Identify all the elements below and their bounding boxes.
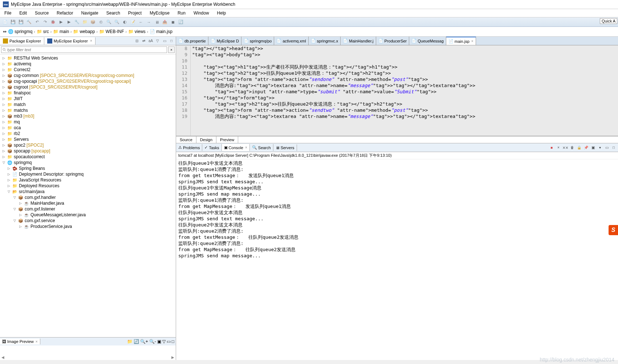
- expand-arrow-icon[interactable]: ▷: [1, 109, 6, 112]
- tree-item[interactable]: ▽📦com.gxf.handler: [0, 195, 176, 200]
- breadcrumb-item[interactable]: 📁 webapp: [73, 29, 95, 34]
- new-class-icon[interactable]: ©: [97, 19, 105, 26]
- code-content[interactable]: "tag"></"tag">head"tag">> "tag"><"tag">b…: [191, 45, 618, 136]
- tree-item[interactable]: ▷🫘Spring Beans: [0, 165, 176, 171]
- tree-item[interactable]: ▷📁finalspoc: [0, 90, 176, 96]
- scroll-right-icon[interactable]: ▶: [171, 355, 174, 359]
- tab-design[interactable]: Design: [196, 136, 216, 143]
- breadcrumb-item[interactable]: 📁 views: [128, 29, 146, 34]
- close-icon[interactable]: ×: [90, 39, 92, 43]
- folder-icon[interactable]: 📁: [127, 339, 133, 344]
- minimize-icon[interactable]: ▭: [604, 145, 610, 151]
- expand-arrow-icon[interactable]: ▷: [1, 120, 6, 124]
- editor-tab[interactable]: 📄springmvc.x: [309, 37, 341, 45]
- new-icon[interactable]: 📄: [1, 19, 9, 26]
- new-project-icon[interactable]: 📁: [81, 19, 89, 26]
- tree-item[interactable]: ▽🌐springmq: [0, 160, 176, 165]
- expand-arrow-icon[interactable]: ▷: [1, 114, 6, 118]
- quick-access-input[interactable]: Quick A: [600, 18, 617, 24]
- sogou-input-icon[interactable]: S: [609, 225, 618, 235]
- tree-item[interactable]: ▽📦com.gxf.service: [0, 218, 176, 224]
- expand-arrow-icon[interactable]: ▷: [18, 213, 23, 217]
- tree-item[interactable]: ▷☕ProducerService.java: [0, 224, 176, 229]
- back-icon[interactable]: ←: [137, 19, 145, 26]
- breadcrumb-item[interactable]: 📁 main: [53, 29, 69, 34]
- debug-icon[interactable]: 🐞: [49, 19, 57, 26]
- editor-tab[interactable]: 📄MainHandler.j: [341, 37, 376, 45]
- expand-arrow-icon[interactable]: ▷: [7, 167, 11, 170]
- annotations-icon[interactable]: 📝: [129, 19, 137, 26]
- editor-tab[interactable]: 📄db.propertie: [176, 37, 208, 45]
- scroll-left-icon[interactable]: ◀: [1, 355, 4, 359]
- expand-arrow-icon[interactable]: ▷: [1, 85, 6, 89]
- tree-item[interactable]: ▷📦spocapp [spocapp]: [0, 148, 176, 154]
- tab-console[interactable]: ▣Console ×: [222, 144, 250, 151]
- tree-item[interactable]: ▷☕QueueMessageListener.java: [0, 212, 176, 218]
- remove-all-icon[interactable]: ⨯⨯: [562, 145, 568, 151]
- menu-myeclipse[interactable]: MyEclipse: [148, 10, 171, 16]
- collapse-all-icon[interactable]: ⊟: [134, 38, 140, 44]
- tree-item[interactable]: ▽📦com.gxf.listener: [0, 206, 176, 212]
- editor-tab[interactable]: 📄QueueMessag: [409, 37, 446, 45]
- tree-item[interactable]: ▷📄Deployment Descriptor: springmq: [0, 171, 176, 177]
- tree-item[interactable]: ▷📁match: [0, 102, 176, 107]
- expand-arrow-icon[interactable]: ▷: [18, 201, 23, 205]
- expand-arrow-icon[interactable]: ▷: [1, 91, 6, 95]
- editor-tab[interactable]: 📄activemq.xml: [274, 37, 308, 45]
- tree-item[interactable]: ▷📁spocautocorrect: [0, 154, 176, 160]
- clear-filter-button[interactable]: ×: [168, 46, 175, 53]
- maximize-icon[interactable]: □: [611, 145, 617, 151]
- undo-icon[interactable]: ↶: [33, 19, 41, 26]
- menu-file[interactable]: File: [3, 10, 13, 16]
- expand-arrow-icon[interactable]: ▷: [18, 225, 23, 228]
- code-editor[interactable]: 8910111213141516171819 "tag"></"tag">hea…: [176, 45, 618, 136]
- tree-item[interactable]: ▷📁JWT: [0, 96, 176, 102]
- menu-search[interactable]: Search: [105, 10, 122, 16]
- deploy-icon[interactable]: 📤: [161, 19, 168, 26]
- tree-item[interactable]: ▷📁matchs: [0, 107, 176, 113]
- maximize-icon[interactable]: □: [172, 339, 174, 344]
- breadcrumb-item[interactable]: 📄 main.jsp: [150, 29, 172, 34]
- tree-item[interactable]: ▷📁Deployed Resources: [0, 183, 176, 189]
- filter-icon[interactable]: aA: [148, 38, 154, 44]
- remove-icon[interactable]: ×: [556, 145, 561, 151]
- expand-arrow-icon[interactable]: ▽: [12, 219, 17, 222]
- expand-arrow-icon[interactable]: ▷: [1, 79, 6, 83]
- editor-tab[interactable]: 📄ProducerSer: [376, 37, 410, 45]
- minimize-icon[interactable]: ▭: [167, 339, 171, 344]
- editor-tab[interactable]: 📄main.jsp×: [446, 37, 476, 45]
- expand-arrow-icon[interactable]: ▷: [7, 172, 11, 176]
- expand-arrow-icon[interactable]: ▽: [7, 190, 11, 193]
- tree-item[interactable]: ▷📁Servers: [0, 136, 176, 142]
- tree-item[interactable]: ▷📁Correct2: [0, 67, 176, 73]
- editor-tab[interactable]: 📄springmq/po: [241, 37, 275, 45]
- expand-arrow-icon[interactable]: ▷: [1, 97, 6, 101]
- tree-item[interactable]: ▷📦csg-spocapi [SPOC3_SRC/02SERVER/csgroo…: [0, 78, 176, 84]
- scroll-lock-icon[interactable]: 🔒: [576, 145, 582, 151]
- expand-arrow-icon[interactable]: ▷: [1, 126, 6, 130]
- tab-problems[interactable]: ⚠Problems: [176, 144, 202, 151]
- server-icon[interactable]: 🖥: [153, 19, 160, 26]
- expand-arrow-icon[interactable]: ▷: [1, 74, 6, 77]
- build-icon[interactable]: 🔨: [25, 19, 33, 26]
- expand-arrow-icon[interactable]: ▷: [1, 56, 6, 60]
- menu-project[interactable]: Project: [127, 10, 143, 16]
- tree-item[interactable]: ▷📁oca: [0, 125, 176, 131]
- stop-icon[interactable]: ⏹: [169, 19, 176, 26]
- expand-arrow-icon[interactable]: ▽: [12, 196, 17, 199]
- search-icon[interactable]: 🔍: [113, 19, 121, 26]
- link-editor-icon[interactable]: ⇄: [141, 38, 147, 44]
- close-icon[interactable]: ×: [245, 146, 247, 150]
- tab-myeclipse-explorer[interactable]: MyEclipse Explorer ×: [44, 37, 95, 45]
- redo-icon[interactable]: ↷: [41, 19, 49, 26]
- new-package-icon[interactable]: 📦: [89, 19, 97, 26]
- open-console-icon[interactable]: ▾: [597, 145, 603, 151]
- editor-tab[interactable]: 📄MyEclipse D: [208, 37, 241, 45]
- tree-item[interactable]: ▷📦csg-common [SPOC3_SRC/02SERVER/csgroot…: [0, 73, 176, 78]
- zoom-in-icon[interactable]: 🔍+: [140, 339, 148, 344]
- tree-item[interactable]: ▷📦csgroot [SPOC3_SRC/02SERVER/csgroot]: [0, 84, 176, 90]
- run-icon[interactable]: ▶: [57, 19, 65, 26]
- expand-arrow-icon[interactable]: ▷: [1, 155, 6, 159]
- console-output[interactable]: 往队列queue1中发送文本消息 监听队列:queue1消费了消息: from …: [176, 159, 618, 360]
- save-all-icon[interactable]: 💾: [17, 19, 25, 26]
